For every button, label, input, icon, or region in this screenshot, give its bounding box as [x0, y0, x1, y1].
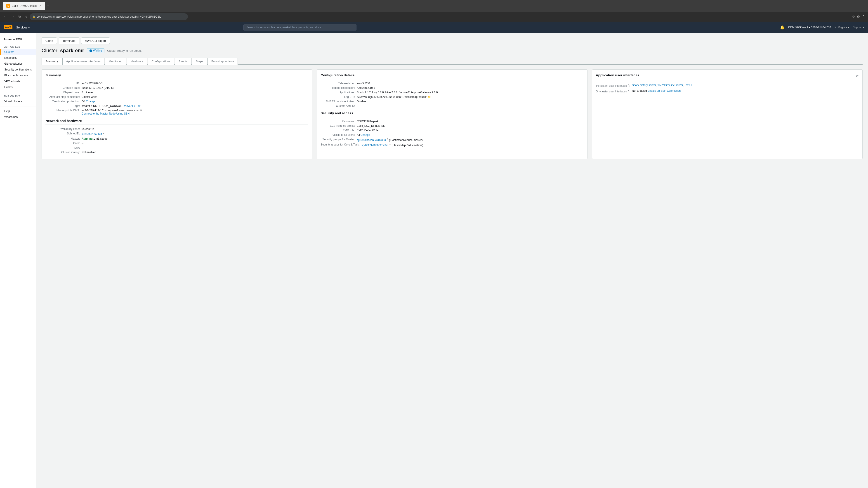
summary-dns-row: Master public DNS: ec2-3-239-112-161.com…	[45, 109, 308, 115]
aws-logo: AWS	[4, 25, 12, 29]
sidebar-divider-2	[0, 106, 36, 106]
extensions-icon[interactable]: ⚙	[857, 15, 860, 19]
network-scaling-label: Cluster scaling:	[45, 151, 82, 154]
sidebar-item-whats-new[interactable]: What's new	[0, 114, 36, 120]
network-master-row: Master: Running 1 m5.xlarge	[45, 137, 308, 140]
spark-history-link[interactable]: Spark history server	[632, 84, 656, 87]
sg-master-link[interactable]: sg-099cbacdb3c707333	[357, 138, 385, 142]
yarn-timeline-link[interactable]: YARN timeline server	[657, 84, 683, 87]
browser-tab[interactable]: E EMR – AWS Console ✕	[3, 2, 45, 10]
clone-button[interactable]: Clone	[41, 37, 57, 44]
home-button[interactable]: ⌂	[24, 14, 28, 20]
sidebar: Amazon EMR EMR on EC2 Clusters Notebooks…	[0, 33, 36, 488]
refresh-button[interactable]: ↺	[856, 74, 859, 78]
summary-tags-row: Tags: creator = NOTEBOOK_CONSOLE View Al…	[45, 104, 308, 107]
tab-steps[interactable]: Steps	[192, 58, 207, 65]
summary-dns-label: Master public DNS:	[45, 109, 82, 115]
sidebar-item-vpc-subnets[interactable]: VPC subnets	[0, 78, 36, 84]
sidebar-item-git-repositories[interactable]: Git repositories	[0, 61, 36, 67]
reload-button[interactable]: ↻	[17, 14, 22, 20]
search-input[interactable]	[243, 24, 356, 31]
config-hadoop-label: Hadoop distribution:	[320, 86, 357, 90]
tab-monitoring[interactable]: Monitoring	[105, 58, 126, 65]
folder-icon: 📁	[428, 95, 431, 98]
summary-id-row: ID: j-4CN8X8R8ZOSL	[45, 82, 308, 85]
summary-termination-row: Termination protection: Off Change	[45, 100, 308, 103]
status-label: Waiting	[93, 49, 102, 52]
tab-summary[interactable]: Summary	[41, 58, 62, 65]
copy-icon[interactable]: ⧉	[140, 109, 142, 112]
back-button[interactable]: ←	[3, 14, 8, 20]
cluster-heading: Cluster: spark-emr ⬤ Waiting Cluster rea…	[41, 48, 863, 54]
new-tab-button[interactable]: +	[47, 4, 50, 8]
network-task-value: --	[82, 146, 308, 149]
config-applications-value: Spark 2.4.7, Livy 0.7.0, Hive 2.3.7, Jup…	[357, 91, 583, 94]
summary-creation-date-row: Creation date: 2020-12-13 14:17 (UTC-5)	[45, 86, 308, 90]
cluster-status-badge: ⬤ Waiting	[87, 48, 104, 53]
status-dot: ⬤	[89, 49, 93, 52]
summary-elapsed-time-label: Elapsed time:	[45, 91, 82, 94]
tags-view-link[interactable]: View All / Edit	[124, 104, 141, 107]
bell-icon[interactable]: 🔔	[780, 25, 784, 30]
tab-close[interactable]: ✕	[39, 4, 41, 7]
enable-ssh-link[interactable]: Enable an SSH Connection	[648, 89, 681, 92]
support-menu[interactable]: Support ▾	[853, 26, 864, 29]
sidebar-item-help[interactable]: Help	[0, 108, 36, 114]
sidebar-item-block-public-access[interactable]: Block public access	[0, 72, 36, 78]
sidebar-item-virtual-clusters[interactable]: Virtual clusters	[0, 98, 36, 104]
persistent-ui-label: Persistent user interfaces ↗:	[596, 84, 632, 88]
content-grid: Summary ID: j-4CN8X8R8ZOSL Creation date…	[41, 69, 863, 159]
status-description: Cluster ready to run steps.	[107, 49, 142, 53]
tab-configurations[interactable]: Configurations	[148, 58, 174, 65]
export-button[interactable]: AWS CLI export	[81, 37, 110, 44]
network-core-row: Core: --	[45, 142, 308, 145]
network-az-value: us-east-1f	[82, 127, 308, 131]
tab-hardware[interactable]: Hardware	[127, 58, 147, 65]
visible-change-link[interactable]: Change	[361, 133, 370, 136]
summary-id-value: j-4CN8X8R8ZOSL	[82, 82, 308, 85]
terminate-button[interactable]: Terminate	[59, 37, 79, 44]
region-selector[interactable]: N. Virginia ▾	[835, 26, 849, 29]
on-cluster-row: On-cluster user interfaces ↗: Not Enable…	[596, 89, 859, 93]
ssh-connect-link[interactable]: Connect to the Master Node Using SSH	[82, 112, 129, 115]
sidebar-item-events[interactable]: Events	[0, 84, 36, 90]
sidebar-divider	[0, 92, 36, 92]
services-label: Services	[16, 26, 27, 29]
sidebar-item-clusters[interactable]: Clusters	[0, 49, 36, 55]
summary-termination-value: Off Change	[82, 100, 308, 103]
bookmark-icon[interactable]: ☆	[852, 15, 855, 19]
header-right: 🔔 COMS6998-root ● 3363-8570-4730 N. Virg…	[780, 25, 864, 30]
security-sg-master-row: Security groups for Master: sg-099cbacdb…	[320, 138, 583, 142]
config-release-row: Release label: emr-5.32.0	[320, 82, 583, 85]
action-bar: Clone Terminate AWS CLI export	[41, 37, 863, 44]
config-log-value: s3://aws-logs-336385704730-us-east-1/ela…	[357, 95, 583, 98]
services-button[interactable]: Services ▾	[16, 26, 30, 29]
tab-events[interactable]: Events	[175, 58, 191, 65]
security-ec2profile-value: EMR_EC2_DefaultRole	[357, 124, 583, 127]
sg-core-link[interactable]: sg-0f3c97f00602bc3ef	[362, 144, 388, 147]
address-bar[interactable]: 🔒 console.aws.amazon.com/elasticmapreduc…	[30, 13, 188, 20]
subnet-link[interactable]: subnet-91ea8b9f	[82, 133, 102, 136]
forward-button[interactable]: →	[10, 14, 16, 20]
menu-icon[interactable]: ⋮	[862, 15, 865, 19]
sidebar-section-emr-ec2: EMR on EC2 Clusters Notebooks Git reposi…	[0, 44, 36, 90]
browser-chrome: E EMR – AWS Console ✕ +	[0, 0, 868, 12]
sg-core-external-icon: ↗	[389, 143, 391, 145]
security-visible-label: Visible to all users:	[320, 133, 357, 136]
app-ui-panel: Application user interfaces ↺ Persistent…	[592, 69, 863, 159]
termination-change-link[interactable]: Change	[86, 100, 95, 103]
tab-application-user-interfaces[interactable]: Application user interfaces	[62, 58, 104, 65]
tez-ui-link[interactable]: Tez UI	[684, 84, 692, 87]
sidebar-item-security-configurations[interactable]: Security configurations	[0, 67, 36, 72]
network-master-value: Running 1 m5.xlarge	[82, 137, 308, 140]
account-info[interactable]: COMS6998-root ● 3363-8570-4730	[788, 26, 831, 29]
summary-creation-date-value: 2020-12-13 14:17 (UTC-5)	[82, 86, 308, 90]
security-ec2profile-row: EC2 instance profile: EMR_EC2_DefaultRol…	[320, 124, 583, 127]
sidebar-item-notebooks[interactable]: Notebooks	[0, 55, 36, 61]
tab-bootstrap-actions[interactable]: Bootstrap actions	[208, 58, 238, 65]
config-hadoop-row: Hadoop distribution: Amazon 2.10.1	[320, 86, 583, 90]
aws-logo-box: AWS	[4, 25, 12, 29]
network-subnet-row: Subnet ID: subnet-91ea8b9f ↗	[45, 132, 308, 136]
lock-icon: 🔒	[32, 15, 35, 18]
network-task-row: Task: --	[45, 146, 308, 149]
